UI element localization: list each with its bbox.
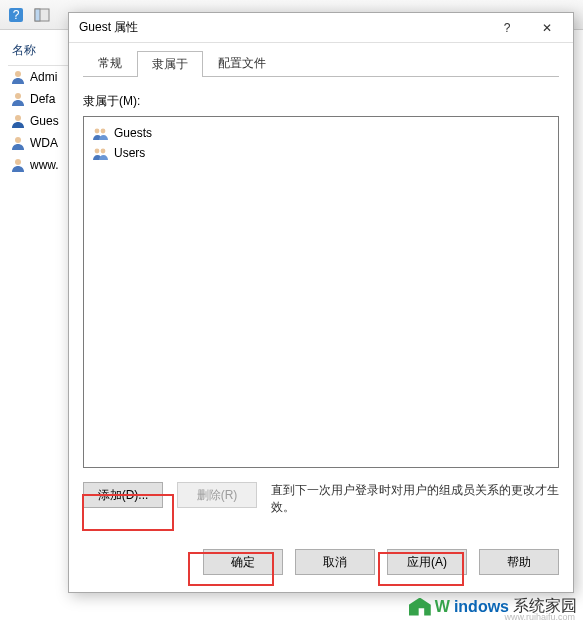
user-icon	[10, 157, 26, 173]
watermark-w: W	[435, 598, 450, 616]
dialog-titlebar[interactable]: Guest 属性 ? ✕	[69, 13, 573, 43]
dialog-footer: 确定 取消 应用(A) 帮助	[69, 542, 573, 592]
svg-point-7	[15, 137, 21, 143]
group-name: Guests	[114, 126, 152, 140]
memberof-label: 隶属于(M):	[83, 93, 559, 110]
user-icon	[10, 113, 26, 129]
list-item[interactable]: Admi	[8, 66, 68, 88]
svg-point-6	[15, 115, 21, 121]
watermark-brand1: indows	[454, 598, 509, 616]
list-item[interactable]: Defa	[8, 88, 68, 110]
tab-profile[interactable]: 配置文件	[203, 50, 281, 76]
hint-text: 直到下一次用户登录时对用户的组成员关系的更改才生效。	[271, 482, 559, 517]
cancel-button[interactable]: 取消	[295, 549, 375, 575]
help-button[interactable]: 帮助	[479, 549, 559, 575]
panel-layout-icon	[34, 7, 50, 23]
add-button[interactable]: 添加(D)...	[83, 482, 163, 508]
tabstrip: 常规 隶属于 配置文件	[83, 51, 559, 77]
ok-button[interactable]: 确定	[203, 549, 283, 575]
help-square-icon: ?	[8, 7, 24, 23]
tab-general[interactable]: 常规	[83, 50, 137, 76]
dialog-title: Guest 属性	[79, 19, 487, 36]
list-item-label: Defa	[30, 92, 55, 106]
watermark-logo-icon	[409, 598, 431, 616]
svg-point-11	[95, 149, 100, 154]
user-icon	[10, 69, 26, 85]
tab-memberof-content: 隶属于(M): Guests Users 添加(D)... 删除(R) 直到下一…	[83, 77, 559, 538]
list-item[interactable]: WDA	[8, 132, 68, 154]
svg-rect-3	[35, 9, 40, 21]
apply-button[interactable]: 应用(A)	[387, 549, 467, 575]
dialog-body: 常规 隶属于 配置文件 隶属于(M): Guests Users 添加(D)..…	[69, 43, 573, 542]
help-icon: ?	[504, 21, 511, 35]
list-item-label: Gues	[30, 114, 59, 128]
group-row[interactable]: Guests	[88, 123, 554, 143]
user-icon	[10, 91, 26, 107]
group-icon	[92, 145, 108, 161]
list-item-label: Admi	[30, 70, 57, 84]
svg-point-9	[95, 129, 100, 134]
list-item-label: www.	[30, 158, 59, 172]
svg-text:?: ?	[13, 8, 20, 22]
memberof-listbox[interactable]: Guests Users	[83, 116, 559, 468]
remove-button: 删除(R)	[177, 482, 257, 508]
list-item[interactable]: www.	[8, 154, 68, 176]
svg-point-4	[15, 71, 21, 77]
list-column-header[interactable]: 名称	[8, 34, 68, 66]
svg-point-12	[101, 149, 106, 154]
tab-memberof[interactable]: 隶属于	[137, 51, 203, 77]
titlebar-controls: ? ✕	[487, 14, 567, 42]
properties-dialog: Guest 属性 ? ✕ 常规 隶属于 配置文件 隶属于(M): Guests …	[68, 12, 574, 593]
listbox-actions-row: 添加(D)... 删除(R) 直到下一次用户登录时对用户的组成员关系的更改才生效…	[83, 482, 559, 517]
close-button[interactable]: ✕	[527, 14, 567, 42]
group-name: Users	[114, 146, 145, 160]
svg-point-8	[15, 159, 21, 165]
group-icon	[92, 125, 108, 141]
panel-toolbar-button[interactable]	[30, 3, 54, 27]
list-item[interactable]: Gues	[8, 110, 68, 132]
watermark-url: www.ruihaifu.com	[504, 612, 575, 621]
svg-point-5	[15, 93, 21, 99]
close-icon: ✕	[542, 21, 552, 35]
user-icon	[10, 135, 26, 151]
list-item-label: WDA	[30, 136, 58, 150]
help-toolbar-button[interactable]: ?	[4, 3, 28, 27]
svg-point-10	[101, 129, 106, 134]
background-users-list: 名称 Admi Defa Gues WDA www.	[8, 34, 68, 176]
context-help-button[interactable]: ?	[487, 14, 527, 42]
group-row[interactable]: Users	[88, 143, 554, 163]
